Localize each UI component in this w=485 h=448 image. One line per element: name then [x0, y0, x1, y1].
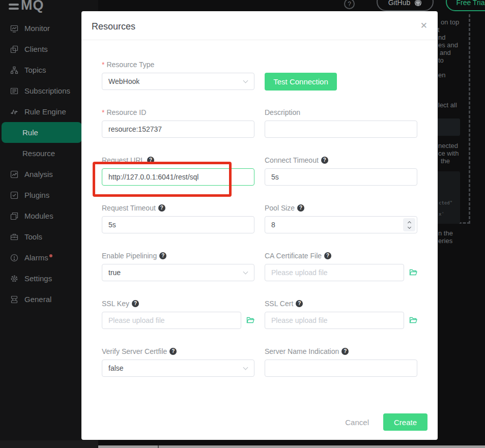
github-octocat-icon: [414, 0, 422, 7]
github-button[interactable]: GitHub: [377, 0, 434, 11]
field-label: Connect Timeout ?: [265, 156, 417, 165]
logo-bars-icon: [9, 4, 19, 10]
alarms-icon: [10, 254, 18, 262]
folder-open-icon[interactable]: [409, 316, 417, 324]
request-timeout-input[interactable]: [102, 216, 254, 233]
bg-text-fragment: and: [440, 49, 451, 56]
sidebar-item-label: Tools: [24, 232, 42, 241]
field-request-url: Request URL ?: [102, 156, 254, 186]
field-enable-pipelining: Enable Pipelining ? true: [102, 251, 254, 281]
plugins-icon: [10, 191, 18, 199]
sidebar-item-label: Monitor: [24, 24, 50, 33]
server-name-indication-input[interactable]: [265, 360, 417, 377]
help-icon[interactable]: ?: [341, 348, 349, 355]
emqx-logo[interactable]: MQ: [9, 0, 44, 14]
enable-pipelining-value: true: [108, 268, 121, 277]
subscriptions-icon: [10, 87, 18, 95]
stepper-down-icon[interactable]: [407, 225, 411, 228]
topics-icon: [10, 66, 18, 74]
bg-codeblock-fragment: cted" x': [437, 171, 460, 224]
bg-code-fragment: cted": [439, 200, 452, 205]
resource-id-input[interactable]: [102, 121, 254, 138]
verify-server-certfile-value: false: [108, 364, 124, 372]
number-stepper[interactable]: [403, 218, 415, 231]
modules-icon: [10, 212, 18, 220]
folder-open-icon[interactable]: [246, 316, 254, 324]
help-icon[interactable]: ?: [296, 300, 303, 307]
ssl-cert-input[interactable]: [265, 312, 404, 329]
test-connection-cell: Test Connection: [265, 60, 417, 90]
folder-open-icon[interactable]: [409, 268, 417, 277]
field-ssl-key: SSL Key ?: [102, 299, 254, 329]
description-input[interactable]: [265, 121, 417, 138]
field-label: SSL Cert ?: [265, 299, 417, 308]
sidebar-bottom-strip: [0, 440, 98, 448]
resource-type-select[interactable]: WebHook: [102, 73, 254, 90]
help-icon[interactable]: ?: [344, 0, 355, 9]
field-request-timeout: Request Timeout ?: [102, 203, 254, 233]
pool-size-input[interactable]: [265, 216, 417, 233]
sidebar-item-label: Subscriptions: [24, 86, 70, 95]
help-icon[interactable]: ?: [324, 252, 331, 259]
bg-button-fragment: [437, 118, 460, 136]
request-url-input[interactable]: [102, 168, 254, 186]
field-label: Request Timeout ?: [102, 203, 254, 213]
logo-text: MQ: [21, 0, 44, 13]
bg-text-fragment: on top: [441, 18, 459, 26]
sidebar-item-label: Rule: [22, 128, 38, 137]
general-icon: [10, 295, 18, 304]
field-resource-id: * Resource ID: [102, 108, 254, 138]
modal-title: Resources: [92, 21, 135, 32]
field-label: Request URL ?: [102, 156, 254, 165]
help-icon[interactable]: ?: [169, 348, 177, 355]
bg-text-fragment: nected: [438, 142, 458, 150]
bg-text-fragment: nd: [438, 34, 445, 41]
analysis-icon: [10, 170, 18, 178]
help-icon[interactable]: ?: [321, 157, 328, 164]
sidebar-item-rule[interactable]: Rule: [2, 122, 82, 143]
monitor-icon: [10, 24, 18, 33]
required-marker: *: [102, 108, 104, 116]
ssl-key-input[interactable]: [102, 312, 241, 329]
stepper-up-icon[interactable]: [407, 221, 411, 224]
field-pool-size: Pool Size ?: [265, 203, 417, 233]
ca-certificate-input[interactable]: [265, 264, 404, 281]
resource-type-value: WebHook: [108, 77, 139, 85]
help-icon[interactable]: ?: [132, 300, 139, 307]
close-icon[interactable]: ✕: [420, 20, 427, 31]
help-icon[interactable]: ?: [159, 252, 166, 259]
field-label: CA Certificate File ?: [265, 251, 417, 260]
scrollbar-divider: [158, 445, 159, 448]
alarm-badge-dot: [49, 254, 52, 257]
bg-text-fragment: to: [438, 56, 444, 64]
field-ssl-cert: SSL Cert ?: [265, 299, 417, 329]
field-description: Description: [265, 108, 417, 138]
sidebar-item-label: Resource: [22, 149, 55, 158]
cancel-button[interactable]: Cancel: [345, 418, 369, 427]
horizontal-scrollbar[interactable]: [98, 445, 485, 448]
free-trial-label: Free Trial: [456, 0, 485, 7]
field-label: Pool Size ?: [265, 203, 417, 213]
help-icon[interactable]: ?: [147, 157, 154, 164]
tools-icon: [10, 233, 18, 241]
verify-server-certfile-select[interactable]: false: [102, 360, 254, 377]
sidebar-item-label: Modules: [24, 212, 53, 220]
sidebar-item-label: Alarms: [24, 253, 48, 262]
bg-text-fragment: ce with: [438, 150, 459, 157]
free-trial-button[interactable]: Free Trial: [446, 0, 485, 11]
create-button[interactable]: Create: [383, 413, 427, 431]
bg-text-fragment: lect all: [438, 101, 457, 109]
field-label: * Resource ID: [102, 108, 254, 117]
enable-pipelining-select[interactable]: true: [102, 264, 254, 281]
connect-timeout-input[interactable]: [265, 168, 417, 186]
field-ca-certificate: CA Certificate File ?: [265, 251, 417, 281]
help-icon[interactable]: ?: [297, 204, 304, 212]
clients-icon: [10, 45, 18, 53]
help-icon[interactable]: ?: [158, 204, 165, 212]
field-resource-type: * Resource Type WebHook: [102, 60, 254, 90]
bg-text-fragment: t: [438, 26, 440, 34]
test-connection-button[interactable]: Test Connection: [265, 73, 337, 91]
field-label: Enable Pipelining ?: [102, 251, 254, 260]
field-server-name-indication: Server Name Indication ?: [265, 347, 417, 377]
modal-footer: Cancel Create: [345, 413, 427, 431]
